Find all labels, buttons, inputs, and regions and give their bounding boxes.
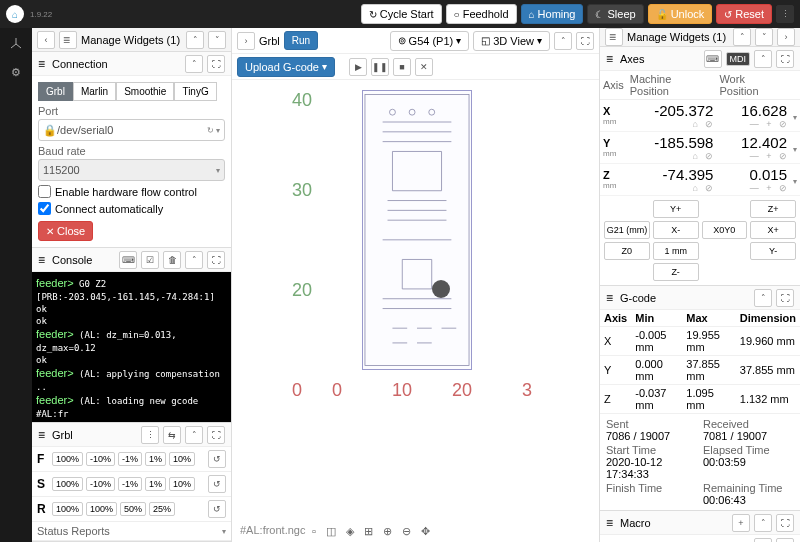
axis-menu-icon[interactable]: ▾ (793, 145, 797, 154)
hamburger-icon[interactable] (605, 28, 623, 46)
revert-icon[interactable]: ↺ (208, 475, 226, 493)
revert-icon[interactable]: ↺ (208, 500, 226, 518)
jog-button[interactable]: Z0 (604, 242, 650, 260)
hamburger-icon[interactable] (59, 31, 77, 49)
view-select[interactable]: ◱ 3D View ▾ (473, 31, 550, 51)
jog-button[interactable]: Z+ (750, 200, 796, 218)
collapse-icon[interactable]: ˄ (554, 32, 572, 50)
jog-button[interactable]: Y+ (653, 200, 699, 218)
drag-icon[interactable] (38, 253, 48, 267)
homing-button[interactable]: ⌂ Homing (521, 4, 584, 24)
fullscreen-icon[interactable]: ⛶ (207, 251, 225, 269)
jog-button[interactable]: X+ (750, 221, 796, 239)
collapse-icon[interactable]: ˄ (754, 50, 772, 68)
menu-icon[interactable]: ⋮ (776, 5, 794, 23)
override-button[interactable]: 100% (86, 502, 117, 516)
jog-button[interactable]: G21 (mm) (604, 221, 650, 239)
drag-icon[interactable] (606, 291, 616, 305)
override-button[interactable]: 10% (169, 477, 195, 491)
collapse-icon[interactable]: ˄ (185, 251, 203, 269)
run-macro-icon[interactable]: ↗ (754, 538, 772, 542)
chevron-down-icon[interactable]: ˅ (208, 31, 226, 49)
sleep-button[interactable]: ☾ Sleep (587, 4, 643, 24)
close-icon[interactable]: ✕ (415, 58, 433, 76)
fullscreen-icon[interactable]: ⛶ (776, 514, 794, 532)
tab-smoothie[interactable]: Smoothie (116, 82, 174, 101)
upload-gcode-button[interactable]: Upload G-code ▾ (237, 57, 335, 77)
unlock-button[interactable]: 🔓 Unlock (648, 4, 713, 24)
port-select[interactable]: 🔒 /dev/serial0↻ ▾ (38, 119, 225, 141)
auto-connect-checkbox[interactable]: Connect automatically (38, 202, 225, 215)
cycle-start-button[interactable]: ↻ Cycle Start (361, 4, 442, 24)
jog-button[interactable]: Y- (750, 242, 796, 260)
axis-menu-icon[interactable]: ▾ (793, 177, 797, 186)
keyboard-icon[interactable]: ⌨ (119, 251, 137, 269)
collapse-icon[interactable]: ˄ (754, 514, 772, 532)
expand-right-icon[interactable]: › (777, 28, 795, 46)
collapse-icon[interactable]: ˄ (185, 55, 203, 73)
keypad-icon[interactable]: ⌨ (704, 50, 722, 68)
drag-icon[interactable] (606, 52, 616, 66)
viz-tool-icon[interactable]: ◈ (346, 525, 354, 538)
jog-button[interactable]: X- (653, 221, 699, 239)
override-button[interactable]: -1% (118, 452, 142, 466)
collapse-left-icon[interactable]: ‹ (37, 31, 55, 49)
drag-icon[interactable] (38, 57, 48, 71)
jog-button[interactable]: X0Y0 (702, 221, 748, 239)
override-button[interactable]: -10% (86, 452, 115, 466)
fullscreen-icon[interactable]: ⛶ (207, 426, 225, 444)
chevron-up-icon[interactable]: ˄ (733, 28, 751, 46)
trash-icon[interactable]: 🗑 (163, 251, 181, 269)
jog-button[interactable]: 1 mm (653, 242, 699, 260)
viz-tool-icon[interactable]: ⊕ (383, 525, 392, 538)
override-button[interactable]: 50% (120, 502, 146, 516)
reset-button[interactable]: ↺ Reset (716, 4, 772, 24)
mdi-button[interactable]: MDI (726, 52, 751, 66)
collapse-icon[interactable]: ˄ (754, 289, 772, 307)
fullscreen-icon[interactable]: ⛶ (576, 32, 594, 50)
revert-icon[interactable]: ↺ (208, 450, 226, 468)
viz-tool-icon[interactable]: ◫ (326, 525, 336, 538)
tab-marlin[interactable]: Marlin (73, 82, 116, 101)
status-reports-label[interactable]: Status Reports (37, 525, 110, 537)
manage-widgets-right[interactable]: Manage Widgets (1) (627, 31, 729, 43)
manage-widgets-left[interactable]: Manage Widgets (1) (81, 34, 182, 46)
toggle-icon[interactable]: ⇆ (163, 426, 181, 444)
viz-tool-icon[interactable]: ▫ (312, 525, 316, 538)
chevron-down-icon[interactable]: ˅ (755, 28, 773, 46)
play-icon[interactable]: ▶ (349, 58, 367, 76)
tab-grbl[interactable]: Grbl (38, 82, 73, 101)
viz-tool-icon[interactable]: ⊞ (364, 525, 373, 538)
add-icon[interactable]: + (732, 514, 750, 532)
override-button[interactable]: 10% (169, 452, 195, 466)
collapse-icon[interactable]: ˄ (185, 426, 203, 444)
axis-menu-icon[interactable]: ▾ (793, 113, 797, 122)
stop-icon[interactable]: ■ (393, 58, 411, 76)
xyz-icon[interactable] (6, 34, 26, 54)
drag-icon[interactable] (606, 516, 616, 530)
override-button[interactable]: -1% (118, 477, 142, 491)
more-icon[interactable]: ⋮ (141, 426, 159, 444)
override-button[interactable]: -10% (86, 477, 115, 491)
chevron-up-icon[interactable]: ˄ (186, 31, 204, 49)
expand-left-icon[interactable]: › (237, 32, 255, 50)
viz-tool-icon[interactable]: ⊖ (402, 525, 411, 538)
viz-tool-icon[interactable]: ✥ (421, 525, 430, 538)
close-button[interactable]: ✕ Close (38, 221, 93, 241)
pause-icon[interactable]: ❚❚ (371, 58, 389, 76)
drag-icon[interactable] (38, 428, 48, 442)
wcs-select[interactable]: ⊚ G54 (P1) ▾ (390, 31, 470, 51)
baud-select[interactable]: 115200▾ (38, 159, 225, 181)
feedhold-button[interactable]: ○ Feedhold (446, 4, 517, 24)
hw-flow-checkbox[interactable]: Enable hardware flow control (38, 185, 225, 198)
jog-button[interactable]: Z- (653, 263, 699, 281)
select-all-icon[interactable]: ☑ (141, 251, 159, 269)
override-button[interactable]: 25% (149, 502, 175, 516)
visualizer[interactable]: 40 30 20 0 0 10 20 3 #AL:front.ngc ▫ ◫ ◈… (232, 80, 599, 542)
fullscreen-icon[interactable]: ⛶ (776, 50, 794, 68)
override-button[interactable]: 1% (145, 477, 166, 491)
fullscreen-icon[interactable]: ⛶ (207, 55, 225, 73)
override-button[interactable]: 1% (145, 452, 166, 466)
fullscreen-icon[interactable]: ⛶ (776, 289, 794, 307)
edit-macro-icon[interactable]: ✎ (776, 538, 794, 542)
